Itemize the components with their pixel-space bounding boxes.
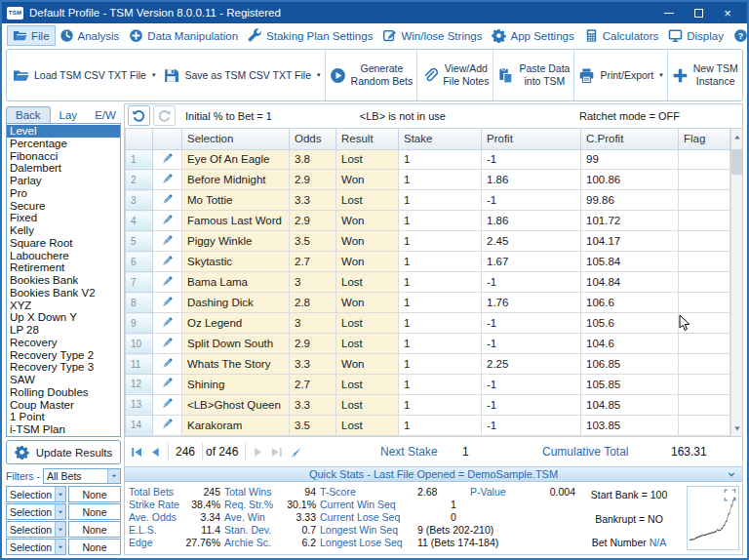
- scrollbar-thumb[interactable]: [731, 149, 742, 175]
- menu-item-file[interactable]: File: [8, 26, 55, 45]
- staking-plan-fixed[interactable]: Fixed: [7, 212, 120, 224]
- column-header-profit[interactable]: Profit: [482, 129, 581, 149]
- toolbar-button-new-tsm-instance[interactable]: New TSM Instance▾: [667, 50, 743, 100]
- filter-field-dropdown[interactable]: Selection: [6, 486, 66, 502]
- expand-chart-icon[interactable]: [724, 489, 736, 501]
- staking-plan-i-tsm-plan[interactable]: i-TSM Plan: [7, 423, 120, 436]
- close-button[interactable]: ×: [713, 2, 742, 23]
- staking-plan-bookies-bank[interactable]: Bookies Bank: [7, 274, 120, 287]
- staking-plan-rolling-doubles[interactable]: Rolling Doubles: [7, 386, 120, 399]
- menu-item-calculators[interactable]: Calculators: [579, 26, 664, 45]
- staking-plan-pro[interactable]: Pro: [7, 187, 120, 200]
- previous-record-button[interactable]: [148, 445, 163, 460]
- menu-item-display[interactable]: Display: [663, 26, 729, 45]
- edit-row-button[interactable]: [153, 190, 182, 211]
- edit-row-button[interactable]: [153, 415, 182, 435]
- menu-item-analysis[interactable]: Analysis: [55, 26, 125, 45]
- staking-plan-bookies-bank-v2[interactable]: Bookies Bank V2: [7, 287, 120, 300]
- staking-plan-dalembert[interactable]: Dalembert: [7, 162, 120, 175]
- edit-row-button[interactable]: [153, 354, 182, 375]
- filter-field-dropdown[interactable]: Selection: [6, 539, 66, 555]
- edit-row-button[interactable]: [153, 334, 182, 354]
- staking-plan-saw[interactable]: SAW: [7, 374, 120, 386]
- staking-plan-kelly[interactable]: Kelly: [7, 224, 120, 237]
- minimize-button[interactable]: [654, 2, 684, 23]
- filter-dropdown-button[interactable]: [55, 522, 65, 537]
- redo-button[interactable]: [153, 105, 176, 126]
- filter-field-dropdown[interactable]: Selection: [6, 503, 66, 520]
- column-header-selection[interactable]: Selection: [182, 129, 290, 149]
- edit-row-button[interactable]: [153, 211, 182, 231]
- staking-plan-xyz[interactable]: XYZ: [7, 300, 120, 312]
- column-header-result[interactable]: Result: [336, 129, 399, 149]
- column-header-odds[interactable]: Odds: [290, 129, 336, 149]
- staking-plan-fibonacci[interactable]: Fibonacci: [7, 150, 120, 163]
- next-record-button[interactable]: [251, 445, 265, 460]
- column-header-blank[interactable]: [126, 129, 153, 149]
- edit-row-button[interactable]: [153, 149, 182, 170]
- current-record[interactable]: 246: [176, 445, 195, 459]
- vertical-scrollbar[interactable]: [730, 129, 742, 436]
- staking-plan-labouchere[interactable]: Labouchere: [7, 250, 120, 262]
- edit-row-button[interactable]: [153, 252, 182, 272]
- staking-plan-lp-28[interactable]: LP 28: [7, 324, 120, 337]
- staking-plan-parlay[interactable]: Parlay: [7, 175, 120, 187]
- last-record-button[interactable]: [269, 445, 284, 460]
- toolbar-button-save-as-tsm-csv-txt-file[interactable]: Save as TSM CSV TXT File▾: [159, 50, 324, 100]
- staking-plan-recovery-type-2[interactable]: Recovery Type 2: [7, 349, 120, 362]
- column-header-blank[interactable]: [153, 129, 182, 149]
- edit-row-button[interactable]: [153, 293, 182, 313]
- quick-stats-header[interactable]: Quick Stats - Last File Opened = DemoSam…: [125, 466, 742, 482]
- column-header-c-profit[interactable]: C.Profit: [581, 129, 679, 149]
- tab-lay[interactable]: Lay: [51, 107, 87, 123]
- filter-dropdown-button[interactable]: [55, 540, 65, 554]
- staking-plan-level[interactable]: Level: [7, 125, 120, 138]
- toolbar-button-paste-data-into-tsm[interactable]: Paste Data into TSM: [493, 50, 573, 100]
- staking-plan-coup-master[interactable]: Coup Master: [7, 399, 120, 412]
- filter-value-box[interactable]: None: [68, 503, 121, 520]
- undo-button[interactable]: [128, 105, 150, 126]
- staking-plan-retirement[interactable]: Retirement: [7, 261, 120, 274]
- column-header-stake[interactable]: Stake: [399, 129, 482, 149]
- staking-plan-up-x-down-y[interactable]: Up X Down Y: [7, 311, 120, 324]
- filter-value-box[interactable]: None: [68, 539, 121, 555]
- filters-dropdown[interactable]: All Bets: [43, 468, 121, 484]
- staking-plan-secure[interactable]: Secure: [7, 200, 120, 213]
- toolbar-button-load-tsm-csv-txt-file[interactable]: Load TSM CSV TXT File▾: [9, 50, 159, 100]
- filter-dropdown-button[interactable]: [55, 504, 65, 519]
- scroll-up-button[interactable]: [731, 129, 742, 145]
- menu-item-app-settings[interactable]: App Settings: [487, 26, 578, 45]
- menu-item-help[interactable]: ?Help: [729, 26, 749, 45]
- edit-row-button[interactable]: [153, 272, 182, 293]
- staking-plan-recovery-type-3[interactable]: Recovery Type 3: [7, 361, 120, 374]
- filter-field-dropdown[interactable]: Selection: [6, 521, 66, 538]
- staking-plan-percentage[interactable]: Percentage: [7, 138, 120, 150]
- tab-back[interactable]: Back: [6, 106, 51, 123]
- scroll-down-button[interactable]: [731, 420, 742, 436]
- toolbar-button-view-add-file-notes[interactable]: View/Add File Notes: [416, 50, 493, 100]
- menu-item-data-manipulation[interactable]: Data Manipulation: [124, 26, 243, 45]
- staking-plan-recovery[interactable]: Recovery: [7, 337, 120, 349]
- first-record-button[interactable]: [130, 445, 144, 460]
- edit-row-button[interactable]: [153, 374, 182, 394]
- staking-plan-square-root[interactable]: Square Root: [7, 237, 120, 250]
- filters-dropdown-button[interactable]: [107, 469, 120, 483]
- toolbar-button-print-export[interactable]: Print/Export▾: [573, 50, 666, 100]
- brush-icon[interactable]: [288, 445, 302, 460]
- edit-row-button[interactable]: [153, 313, 182, 334]
- edit-row-button[interactable]: [153, 231, 182, 252]
- filter-dropdown-button[interactable]: [55, 487, 65, 501]
- update-results-button[interactable]: Update Results: [6, 440, 121, 464]
- menu-item-staking-plan-settings[interactable]: Staking Plan Settings: [243, 26, 377, 45]
- staking-plan-1-point[interactable]: 1 Point: [7, 411, 120, 423]
- edit-row-button[interactable]: [153, 394, 182, 415]
- collapse-chevron-icon[interactable]: [726, 469, 737, 481]
- column-header-flag[interactable]: Flag: [679, 129, 730, 149]
- edit-row-button[interactable]: [153, 170, 182, 190]
- tab-e-w[interactable]: E/W: [86, 107, 125, 123]
- maximize-button[interactable]: [684, 2, 713, 23]
- toolbar-button-generate-random-bets[interactable]: Generate Random Bets: [325, 50, 417, 100]
- menu-item-win-lose-strings[interactable]: Win/lose Strings: [377, 26, 487, 45]
- filter-value-box[interactable]: None: [68, 486, 121, 502]
- filter-value-box[interactable]: None: [68, 521, 121, 538]
